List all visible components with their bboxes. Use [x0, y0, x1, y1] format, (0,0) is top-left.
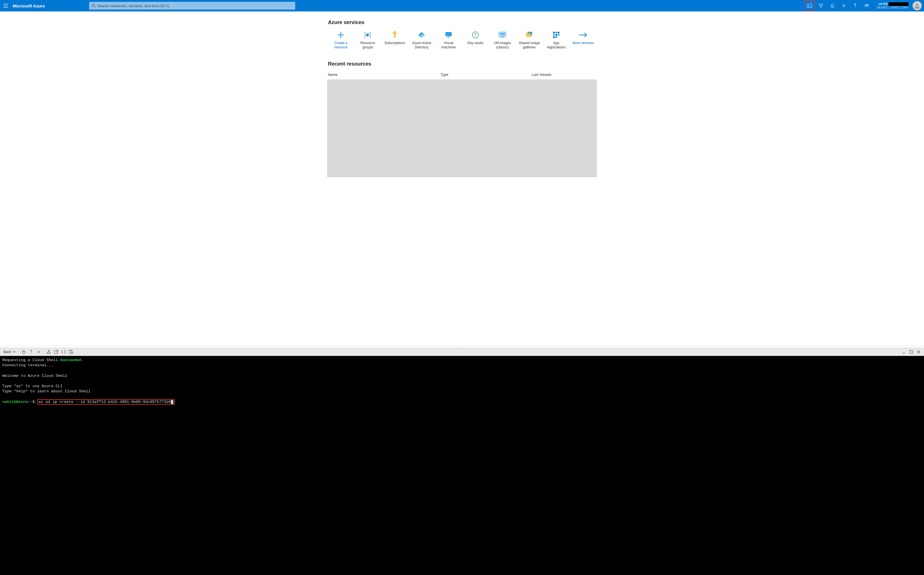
search-icon: [92, 4, 95, 8]
service-vm-images-classic[interactable]: VM images(classic): [489, 31, 516, 49]
open-new-icon: [54, 350, 58, 354]
svg-rect-48: [555, 34, 557, 36]
account-block[interactable]: sahil@ DEFAULT DIRECTORY: [872, 2, 911, 9]
svg-rect-44: [553, 32, 555, 33]
power-icon: [22, 350, 26, 354]
chevron-down-icon: [13, 351, 16, 353]
arrow-right-icon: [579, 32, 588, 38]
shell-help-button[interactable]: [27, 348, 35, 356]
term-line: Welcome to Azure Cloud Shell: [2, 374, 67, 378]
cursor-icon: [171, 400, 173, 404]
term-line: Requesting a Cloud Shell.: [2, 358, 60, 362]
help-button[interactable]: [849, 0, 861, 11]
svg-rect-38: [501, 37, 503, 37]
plus-icon: [337, 31, 345, 39]
shell-new-session-button[interactable]: [52, 348, 60, 356]
service-app-registrations[interactable]: Appregistrations: [543, 31, 570, 49]
bell-icon: [830, 3, 835, 8]
vm-icon: [445, 32, 453, 38]
col-last-viewed[interactable]: Last Viewed: [531, 73, 596, 77]
feedback-button[interactable]: [861, 0, 872, 11]
shell-web-preview-button[interactable]: [67, 348, 75, 356]
service-label2: groups: [360, 45, 375, 49]
cloud-shell-button[interactable]: [804, 0, 815, 11]
search-input[interactable]: [97, 4, 293, 8]
service-subscriptions[interactable]: Subscriptions: [381, 31, 408, 49]
shell-minimize-button[interactable]: [900, 350, 907, 354]
service-resource-groups[interactable]: Resourcegroups: [354, 31, 381, 49]
resource-groups-icon: [364, 32, 372, 38]
svg-line-4: [94, 6, 95, 8]
settings-button[interactable]: [838, 0, 849, 11]
svg-rect-21: [395, 36, 396, 37]
braces-icon: [61, 350, 66, 354]
help-icon: [853, 3, 857, 8]
recent-resources-title: Recent resources: [328, 61, 596, 67]
preview-icon: [69, 350, 73, 354]
cloud-shell-icon: [807, 4, 812, 8]
header-icon-bar: sahil@ DEFAULT DIRECTORY: [804, 0, 924, 11]
shell-mode-select[interactable]: Bash: [2, 350, 17, 354]
brand-title[interactable]: Microsoft Azure: [11, 3, 49, 8]
service-shared-image-galleries[interactable]: Shared imagegalleries: [516, 31, 543, 49]
service-more-services[interactable]: More services: [570, 31, 596, 49]
divider: [19, 349, 19, 354]
service-label2: machines: [441, 45, 456, 49]
recent-resources-list: [328, 79, 596, 177]
account-email-redacted: [889, 2, 908, 6]
services-title: Azure services: [328, 19, 596, 25]
shell-close-button[interactable]: [915, 350, 922, 354]
recent-resources-header: Name Type Last Viewed: [328, 71, 596, 79]
col-type[interactable]: Type: [441, 73, 531, 77]
keyvault-icon: [472, 31, 479, 39]
svg-rect-33: [475, 35, 476, 37]
key-icon: [391, 31, 398, 39]
col-name[interactable]: Name: [328, 73, 441, 77]
shell-splitter[interactable]: · · ·: [0, 346, 924, 348]
filter-icon: [819, 3, 823, 8]
service-virtual-machines[interactable]: Virtualmachines: [435, 31, 462, 49]
svg-rect-57: [47, 352, 51, 354]
global-search[interactable]: [89, 0, 295, 11]
svg-point-12: [916, 4, 918, 6]
shell-settings-button[interactable]: [35, 348, 42, 356]
svg-rect-34: [476, 36, 476, 37]
service-label: Shared image: [519, 41, 540, 45]
service-key-vaults[interactable]: Key vaults: [462, 31, 489, 49]
gear-icon: [841, 3, 846, 8]
menu-icon: [3, 4, 8, 8]
svg-point-9: [843, 5, 844, 6]
shell-upload-download-button[interactable]: [45, 348, 52, 356]
service-label: More services: [573, 41, 594, 45]
svg-rect-46: [558, 32, 560, 33]
account-avatar[interactable]: [913, 1, 922, 10]
term-prompt-user: sahil@Azure: [2, 400, 28, 404]
service-azure-active-directory[interactable]: Azure ActiveDirectory: [408, 31, 435, 49]
minimize-icon: [902, 350, 906, 354]
svg-rect-39: [500, 37, 504, 38]
svg-rect-28: [446, 33, 451, 35]
cloud-shell-terminal[interactable]: Requesting a Cloud Shell.Succeeded. Conn…: [0, 356, 924, 575]
shell-maximize-button[interactable]: [907, 350, 915, 354]
svg-point-37: [501, 33, 501, 34]
help-icon: [30, 350, 33, 354]
feedback-icon: [864, 3, 869, 8]
service-label2: (classic): [494, 45, 511, 49]
service-create-resource[interactable]: Create aresource: [328, 31, 354, 49]
term-line: Type "az" to use Azure CLI: [2, 384, 63, 388]
svg-point-61: [72, 352, 73, 354]
services-row: Create aresource Resourcegroups Subscrip…: [328, 31, 596, 49]
maximize-icon: [909, 350, 913, 354]
directory-filter-button[interactable]: [815, 0, 827, 11]
shell-restart-button[interactable]: [20, 348, 27, 356]
hamburger-menu-button[interactable]: [0, 0, 11, 11]
svg-rect-29: [448, 36, 449, 37]
service-label2: Directory: [412, 45, 431, 49]
svg-marker-7: [819, 4, 823, 8]
service-label2: galleries: [519, 45, 540, 49]
svg-rect-59: [54, 351, 57, 354]
notifications-button[interactable]: [827, 0, 838, 11]
shell-editor-button[interactable]: [60, 348, 67, 356]
svg-rect-30: [447, 37, 450, 38]
service-label: Resource: [360, 41, 375, 45]
